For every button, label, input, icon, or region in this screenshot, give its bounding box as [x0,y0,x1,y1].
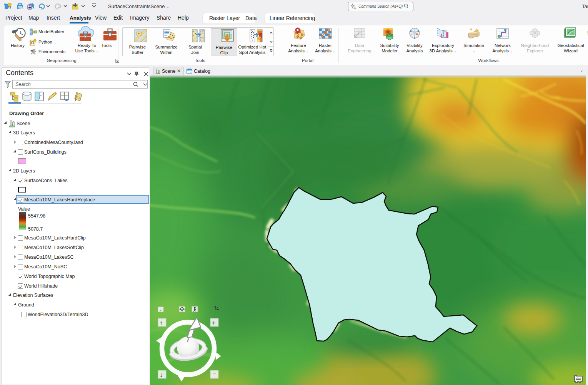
svg-text:⌄: ⌄ [159,307,162,311]
svg-text:+: + [212,319,216,326]
svg-text:↑: ↑ [160,320,163,326]
svg-text:3: 3 [202,38,203,40]
svg-text:−: − [212,370,216,378]
svg-text:2: 2 [202,31,203,33]
svg-text:↓: ↓ [160,372,163,378]
